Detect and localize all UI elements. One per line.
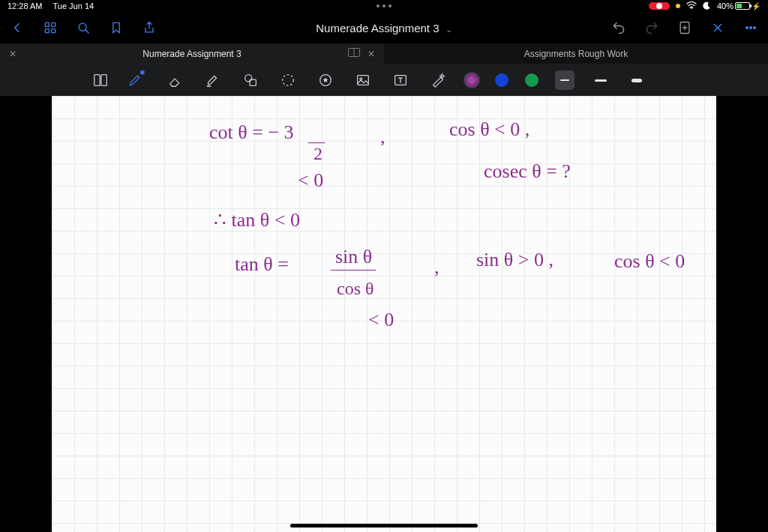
svg-rect-1 [45,22,49,26]
handwriting-text: < 0 [368,309,394,331]
handwriting-text: cos θ [337,279,374,299]
chevron-down-icon: ⌄ [446,25,452,34]
image-tool[interactable] [352,70,374,91]
tab-assignments-rough-work[interactable]: Assignments Rough Work [384,43,768,64]
document-title[interactable]: Numerade Assignment 3 ⌄ [316,22,452,34]
handwriting-text: sin θ > 0 , [476,249,554,271]
svg-rect-2 [52,22,56,26]
handwriting-text: cos θ < 0 [614,250,685,273]
eraser-tool[interactable] [165,70,186,91]
battery-icon [735,2,750,10]
home-indicator[interactable] [290,524,478,528]
svg-point-21 [283,75,294,86]
canvas-area: cot θ = − 3—2,cos θ < 0 ,< 0cosec θ = ?∴… [0,96,768,532]
status-date: Tue Jun 14 [52,1,94,10]
stroke-thin[interactable] [555,70,574,90]
page-template-tool[interactable] [90,70,111,91]
shapes-tool[interactable] [240,70,261,91]
svg-point-13 [750,27,752,29]
stroke-medium[interactable] [591,70,610,90]
color-green[interactable] [525,73,538,87]
handwriting-text: cot θ = − 3 [209,121,294,144]
svg-point-14 [754,27,756,29]
svg-point-5 [79,23,86,31]
svg-point-19 [245,75,252,82]
status-time: 12:28 AM [8,1,42,10]
lasso-tool[interactable] [278,70,298,91]
split-view-icon[interactable] [348,48,360,59]
tab-label: Numerade Assignment 3 [142,49,241,59]
tab-label: Assignments Rough Work [524,49,628,59]
pen-tool[interactable]: ✱ [128,70,148,91]
document-title-text: Numerade Assignment 3 [316,22,439,34]
back-button[interactable] [9,19,26,36]
handwriting-text: , [380,126,386,148]
tab-close-right-icon[interactable]: ✕ [368,49,375,59]
svg-rect-23 [358,76,369,85]
svg-line-6 [86,30,88,33]
handwriting-text: ——— [331,261,376,278]
handwriting-text: , [434,256,440,279]
svg-point-0 [691,7,692,9]
documents-grid-button[interactable] [42,19,58,36]
stroke-thick[interactable] [627,70,646,90]
svg-point-12 [746,27,748,29]
handwriting-text: ∴ tan θ < 0 [214,208,300,232]
svg-rect-18 [101,75,106,86]
undo-button[interactable] [610,19,627,36]
tab-numerade-assignment-3[interactable]: ✕ Numerade Assignment 3 ✕ [0,43,384,64]
svg-rect-17 [94,75,100,86]
ios-status-bar: 12:28 AM Tue Jun 14 40% ⚡ [0,0,768,12]
app-navbar: Numerade Assignment 3 ⌄ [0,12,768,43]
color-purple[interactable] [465,73,478,87]
stickers-tool[interactable] [315,70,336,91]
search-button[interactable] [75,19,92,36]
highlighter-tool[interactable] [202,70,224,91]
wifi-icon [686,1,697,10]
handwriting-text: cos θ < 0 , [449,118,530,141]
handwriting-text: 2 [314,144,322,164]
bookmark-button[interactable] [108,19,124,36]
add-page-button[interactable] [676,19,693,36]
battery-percent: 40% [717,1,734,10]
charging-icon: ⚡ [752,2,760,10]
magic-tool[interactable] [428,70,448,91]
svg-rect-4 [52,29,56,33]
privacy-dot [676,4,680,8]
do-not-disturb-icon [703,1,711,11]
redo-button[interactable] [644,19,660,36]
note-page[interactable]: cot θ = − 3—2,cos θ < 0 ,< 0cosec θ = ?∴… [52,96,716,532]
handwriting-text: cosec θ = ? [484,160,571,183]
multitasking-dots[interactable] [376,4,392,7]
handwriting-text: tan θ = [235,253,289,276]
screen-record-indicator[interactable] [649,2,670,10]
close-button[interactable] [710,19,726,36]
handwriting-text: < 0 [298,169,323,192]
text-tool[interactable] [390,70,411,91]
svg-rect-3 [45,29,49,33]
tab-close-icon[interactable]: ✕ [9,49,16,59]
share-button[interactable] [141,19,158,36]
more-button[interactable] [742,19,759,36]
tabs-bar: ✕ Numerade Assignment 3 ✕ Assignments Ro… [0,43,768,64]
drawing-toolbar: ✱ [0,64,768,96]
color-blue[interactable] [495,73,508,87]
